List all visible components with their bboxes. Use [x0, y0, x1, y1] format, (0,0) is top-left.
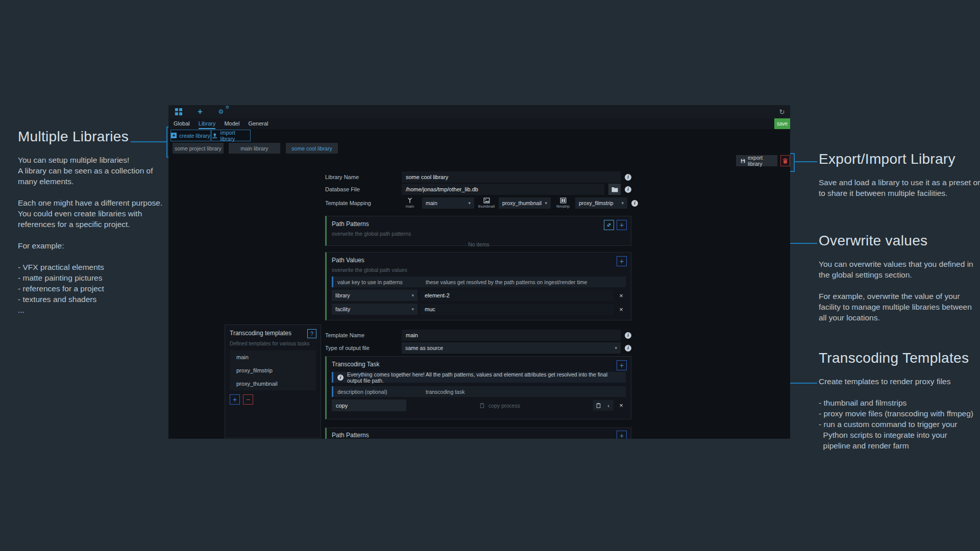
thumbnail-template-icon-box: thumbnail — [478, 197, 495, 209]
library-tab-main[interactable]: main library — [229, 143, 280, 154]
remove-template-button[interactable]: − — [243, 394, 253, 405]
tab-global[interactable]: Global — [174, 118, 190, 129]
output-type-select[interactable]: same as source ▾ — [402, 342, 621, 354]
remove-icon[interactable]: × — [617, 402, 626, 409]
task-col-task: transcoding task — [422, 389, 626, 395]
library-tab-some-cool[interactable]: some cool library — [286, 143, 338, 154]
task-row: copy copy process — [332, 399, 626, 411]
info-icon[interactable]: i — [625, 186, 631, 193]
path-values-title: Path Values — [332, 257, 626, 264]
app-window: + ⚙ ⚙ ↻ Global Library Model General sav… — [168, 105, 790, 439]
main-template-icon-box: main — [402, 197, 418, 209]
copy-task-button[interactable] — [593, 400, 603, 411]
main-template-select[interactable]: main ▾ — [422, 197, 474, 209]
template-mapping-label: Template Mapping — [325, 200, 398, 206]
filmstrip-icon — [560, 197, 567, 204]
transcoding-task-section: Transcoding Task + i Everything comes to… — [325, 356, 631, 419]
library-tab-some-project[interactable]: some project library — [173, 143, 224, 154]
create-library-button[interactable]: + create library — [170, 130, 211, 141]
tab-library[interactable]: Library — [199, 118, 216, 129]
plus-icon: + — [620, 258, 624, 265]
database-file-row: Database File /home/jonas/tmp/other_lib.… — [325, 184, 631, 195]
note-export-import: Export/Import Library Save and load a li… — [819, 151, 980, 198]
add-path-value-button[interactable]: + — [617, 256, 627, 266]
transcoding-templates-title: Transcoding templates — [230, 330, 316, 337]
info-icon[interactable]: i — [631, 200, 638, 207]
template-list-item[interactable]: proxy_filmstrip — [230, 364, 316, 377]
database-file-label: Database File — [325, 186, 398, 192]
template-name-input[interactable]: main — [402, 330, 621, 341]
task-col-description: description (optional) — [333, 389, 422, 395]
chevron-down-icon: ▾ — [621, 201, 624, 206]
path-value-key-select[interactable]: facility ▾ — [332, 304, 418, 315]
database-file-input[interactable]: /home/jonas/tmp/other_lib.db — [402, 184, 604, 195]
add-path-pattern-button[interactable]: + — [617, 220, 627, 230]
task-info-banner: i Everything comes together here! All th… — [332, 372, 626, 383]
browse-file-button[interactable] — [608, 184, 621, 195]
thumbnail-template-select[interactable]: proxy_thumbnail ▾ — [499, 197, 551, 209]
path-values-col-value: these values get resolved by the path pa… — [422, 279, 626, 285]
template-list-actions: + − — [230, 394, 316, 405]
transcoding-templates-subtitle: Defined templates for various tasks — [230, 341, 316, 346]
app-icon-bar: + ⚙ ⚙ ↻ — [168, 105, 790, 118]
collapse-task-button[interactable]: ‹ — [603, 400, 614, 411]
add-template-button[interactable]: + — [230, 394, 240, 405]
expand-button[interactable] — [604, 220, 614, 230]
grid-view-button[interactable] — [174, 107, 184, 117]
chevron-down-icon: ▾ — [411, 293, 414, 298]
path-values-actions: + — [617, 256, 627, 266]
note-overwrite-values-body: You can overwrite values that you define… — [819, 259, 980, 323]
path-value-input[interactable]: muc — [421, 304, 614, 315]
connector-line — [131, 141, 166, 142]
template-path-patterns-section: Path Patterns + — [325, 428, 631, 439]
path-values-section: Path Values overwrite the global path va… — [325, 252, 631, 320]
filmstrip-template-select[interactable]: proxy_filmstrip ▾ — [575, 197, 627, 209]
tab-general[interactable]: General — [248, 118, 268, 129]
upload-icon — [212, 133, 218, 139]
import-library-label: import library — [220, 130, 250, 142]
transcoding-templates-panel: Transcoding templates ? Defined template… — [225, 324, 321, 438]
add-task-button[interactable]: + — [617, 360, 627, 370]
info-icon[interactable]: i — [625, 345, 631, 352]
remove-icon[interactable]: × — [617, 306, 626, 313]
help-button[interactable]: ? — [307, 329, 316, 338]
add-button[interactable]: + — [195, 107, 205, 117]
main-template-select-value: main — [426, 200, 437, 206]
template-list-item[interactable]: main — [230, 350, 316, 364]
path-patterns-section: Path Patterns overwrite the global path … — [325, 216, 631, 246]
info-icon[interactable]: i — [625, 174, 631, 181]
path-value-row: facility ▾ muc × — [332, 304, 626, 315]
remove-icon[interactable]: × — [617, 292, 626, 299]
chevron-down-icon: ▾ — [615, 345, 617, 350]
path-value-input[interactable]: element-2 — [421, 290, 614, 301]
info-icon[interactable]: i — [625, 332, 631, 339]
trash-icon — [782, 158, 788, 164]
add-path-pattern-button[interactable]: + — [617, 431, 627, 439]
expand-diagonal-icon — [606, 222, 612, 228]
refresh-button[interactable]: ↻ — [777, 107, 787, 117]
clipboard-icon — [596, 403, 601, 409]
path-value-key-select[interactable]: library ▾ — [332, 290, 418, 301]
task-header: description (optional) transcoding task — [332, 386, 626, 397]
note-multiple-libraries-title: Multiple Libraries — [18, 129, 186, 145]
task-description-input[interactable]: copy — [332, 399, 406, 411]
tab-model[interactable]: Model — [224, 118, 239, 129]
import-library-button[interactable]: import library — [211, 130, 251, 141]
template-list-item[interactable]: proxy_thumbnail — [230, 377, 316, 390]
export-library-button[interactable]: export library — [736, 155, 777, 166]
task-process[interactable]: copy process — [409, 403, 590, 409]
chevron-down-icon: ▾ — [468, 201, 471, 206]
path-patterns-empty: No items — [332, 241, 626, 247]
note-multiple-libraries-body: You can setup multiple libraries! A libr… — [18, 155, 186, 315]
delete-library-button[interactable] — [780, 155, 790, 166]
save-button[interactable]: save — [774, 118, 790, 129]
path-values-subtitle: overwrite the global path values — [332, 267, 626, 273]
library-name-input[interactable]: some cool library — [402, 171, 621, 183]
path-value-key: facility — [335, 306, 350, 312]
template-path-patterns-title: Path Patterns — [332, 432, 626, 439]
thumbnail-icon — [483, 197, 490, 204]
settings-button[interactable]: ⚙ ⚙ — [216, 107, 226, 117]
note-transcoding-templates-body: Create templates to render proxy files -… — [819, 376, 980, 451]
settings-tab-bar: Global Library Model General — [168, 118, 790, 129]
task-banner-text: Everything comes together here! All the … — [347, 371, 622, 384]
